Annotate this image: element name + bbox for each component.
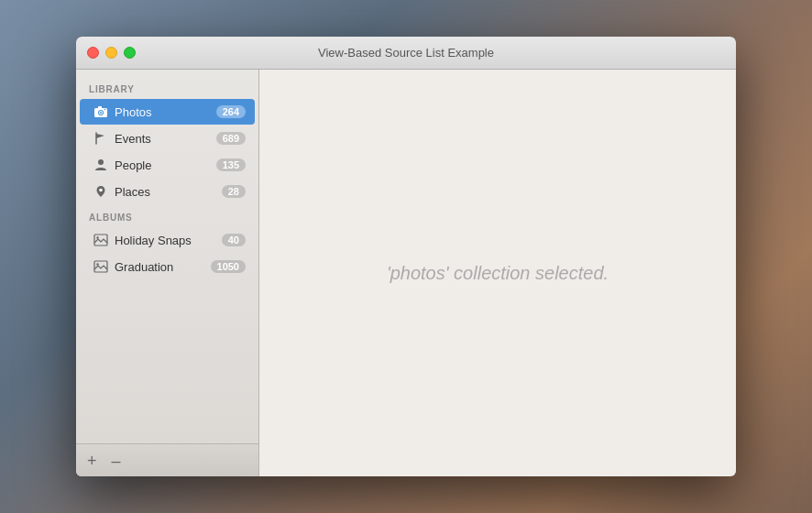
svg-point-3: [100, 112, 102, 114]
camera-icon: [93, 104, 109, 120]
window-title: View-Based Source List Example: [318, 46, 494, 60]
events-badge: 689: [216, 132, 246, 145]
photos-badge: 264: [216, 105, 246, 118]
people-badge: 135: [216, 158, 246, 171]
people-label: People: [115, 158, 216, 172]
sidebar-item-events[interactable]: Events 689: [80, 126, 255, 151]
app-window: View-Based Source List Example LIBRARY: [76, 37, 736, 476]
graduation-label: Graduation: [115, 260, 211, 274]
graduation-image-icon: [93, 258, 109, 275]
image-icon: [93, 232, 109, 248]
svg-point-9: [96, 236, 98, 238]
titlebar: View-Based Source List Example: [76, 37, 736, 70]
svg-point-6: [98, 159, 104, 165]
sidebar-item-graduation[interactable]: Graduation 1050: [80, 254, 255, 279]
library-section-header: LIBRARY: [76, 77, 258, 98]
places-badge: 28: [222, 185, 246, 198]
window-body: LIBRARY Photos 264: [76, 70, 736, 476]
photos-label: Photos: [115, 105, 216, 119]
svg-rect-8: [94, 235, 107, 246]
minimize-button[interactable]: [105, 47, 117, 59]
add-button[interactable]: +: [87, 453, 97, 469]
events-label: Events: [115, 132, 216, 146]
pin-icon: [93, 183, 109, 200]
sidebar-item-places[interactable]: Places 28: [80, 179, 255, 204]
svg-point-11: [96, 263, 98, 265]
traffic-lights: [87, 47, 136, 59]
graduation-badge: 1050: [211, 260, 246, 273]
holiday-snaps-badge: 40: [222, 234, 246, 246]
svg-rect-4: [98, 106, 102, 108]
albums-section-header: ALBUMS: [76, 205, 258, 226]
main-content: 'photos' collection selected.: [259, 70, 736, 476]
sidebar-item-photos[interactable]: Photos 264: [80, 99, 255, 125]
flag-icon: [93, 130, 109, 147]
svg-point-5: [104, 109, 106, 111]
svg-point-7: [99, 189, 103, 192]
sidebar-footer: + –: [76, 443, 258, 476]
remove-button[interactable]: –: [112, 453, 121, 469]
person-icon: [93, 157, 109, 173]
maximize-button[interactable]: [124, 47, 136, 59]
holiday-snaps-label: Holiday Snaps: [115, 234, 222, 247]
places-label: Places: [115, 185, 222, 199]
placeholder-text: 'photos' collection selected.: [387, 263, 609, 284]
sidebar: LIBRARY Photos 264: [76, 70, 259, 476]
sidebar-item-people[interactable]: People 135: [80, 152, 255, 178]
svg-rect-10: [94, 261, 107, 272]
sidebar-content: LIBRARY Photos 264: [76, 70, 258, 443]
sidebar-item-holiday-snaps[interactable]: Holiday Snaps 40: [80, 227, 255, 253]
close-button[interactable]: [87, 47, 99, 59]
